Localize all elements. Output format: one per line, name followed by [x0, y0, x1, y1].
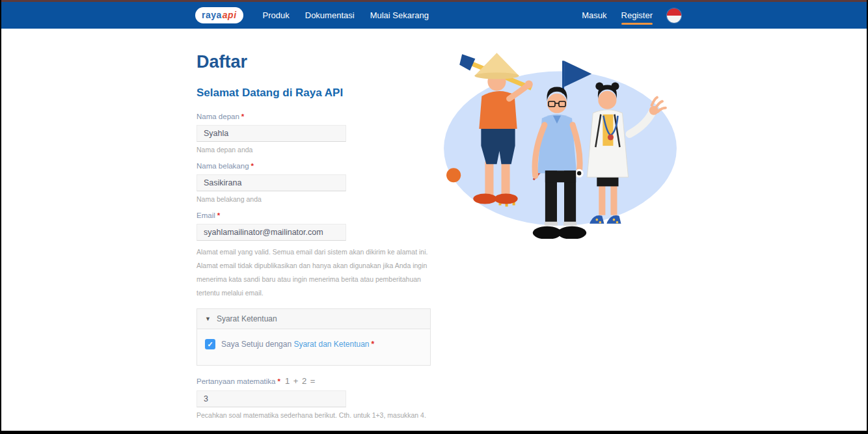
navbar: raya api Produk Dokumentasi Mulai Sekara… [1, 2, 867, 29]
last-name-input[interactable] [197, 174, 346, 191]
first-name-label: Nama depan* [197, 113, 432, 120]
terms-checkbox[interactable]: ✓ [205, 339, 215, 349]
window-bottom-edge [1, 431, 867, 434]
first-name-group: Nama depan* Nama depan anda [197, 113, 432, 154]
logo-text-api: api [223, 10, 237, 20]
required-asterisk: * [241, 113, 244, 120]
main-nav: Produk Dokumentasi Mulai Sekarang [263, 10, 429, 20]
nav-link-register[interactable]: Register [621, 10, 653, 20]
nav-right: Masuk Register [582, 8, 681, 23]
first-name-input[interactable] [197, 125, 346, 142]
math-label: Pertanyaan matematika* 1 + 2 = [197, 376, 432, 386]
required-asterisk: * [372, 340, 375, 349]
email-input[interactable] [197, 224, 346, 241]
math-label-text: Pertanyaan matematika [197, 377, 275, 385]
last-name-label: Nama belakang* [197, 162, 432, 170]
flag-white-half [667, 16, 681, 23]
nav-link-dokumentasi[interactable]: Dokumentasi [305, 10, 355, 20]
chevron-down-icon: ▼ [205, 316, 211, 322]
email-group: Email* Alamat email yang valid. Semua em… [197, 211, 432, 300]
terms-label-text: Saya Setuju dengan [221, 340, 292, 349]
math-question: 1 + 2 = [285, 376, 316, 386]
first-name-label-text: Nama depan [197, 113, 239, 120]
math-answer-input[interactable] [197, 390, 346, 407]
terms-panel-body: ✓ Saya Setuju dengan Syarat dan Ketentua… [197, 329, 430, 365]
email-label: Email* [197, 211, 432, 219]
raya-api-logo[interactable]: raya api [195, 7, 243, 23]
first-name-helper: Nama depan anda [197, 146, 432, 154]
required-asterisk: * [251, 162, 254, 170]
page-title: Daftar [197, 52, 432, 72]
orange-dot [446, 168, 461, 182]
nav-link-masuk[interactable]: Masuk [582, 10, 606, 20]
terms-panel-header[interactable]: ▼ Syarat Ketentuan [197, 309, 430, 329]
last-name-label-text: Nama belakang [197, 162, 249, 170]
math-helper: Pecahkan soal matematika sederhana berik… [197, 411, 432, 419]
indonesia-flag-icon[interactable] [667, 8, 681, 23]
last-name-group: Nama belakang* Nama belakang anda [197, 162, 432, 203]
register-form: Daftar Selamat Datang di Raya API Nama d… [197, 52, 432, 434]
nav-link-produk[interactable]: Produk [263, 10, 290, 20]
terms-conditions-link[interactable]: Syarat dan Ketentuan [293, 340, 369, 349]
terms-header-text: Syarat Ketentuan [217, 314, 277, 323]
professions-illustration [436, 36, 685, 239]
required-asterisk: * [277, 377, 280, 385]
terms-checkbox-label: Saya Setuju dengan Syarat dan Ketentuan* [221, 340, 374, 349]
page-subtitle: Selamat Datang di Raya API [197, 87, 432, 100]
logo-text-raya: raya [202, 10, 222, 20]
flag-red-half [667, 8, 681, 16]
required-asterisk: * [217, 211, 220, 219]
terms-panel: ▼ Syarat Ketentuan ✓ Saya Setuju dengan … [197, 308, 431, 366]
email-helper: Alamat email yang valid. Semua email dar… [197, 245, 432, 300]
nav-link-mulai-sekarang[interactable]: Mulai Sekarang [370, 10, 429, 20]
email-label-text: Email [197, 211, 215, 219]
last-name-helper: Nama belakang anda [197, 195, 432, 203]
math-group: Pertanyaan matematika* 1 + 2 = Pecahkan … [197, 376, 432, 419]
